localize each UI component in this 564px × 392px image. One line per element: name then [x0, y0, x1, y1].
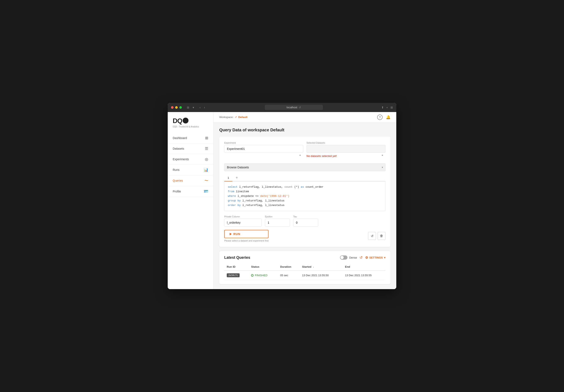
bell-icon[interactable]: 🔔 [386, 115, 390, 120]
new-tab-icon[interactable]: + [386, 106, 388, 109]
cell-started: 13 Dec 2021 13:55:50 [300, 271, 343, 280]
content-area: Workspace: ↗ Default ? 🔔 Query Data of w… [213, 112, 396, 289]
selectors-row: Experiment Experiment01 ▾ Selected Datas… [224, 141, 385, 159]
datasets-select[interactable] [306, 145, 385, 153]
grid-view-icon[interactable]: ⊞ [390, 106, 393, 109]
settings-label: SETTINGS [369, 256, 383, 259]
chevron-down-icon[interactable]: ▾ [192, 105, 195, 110]
no-datasets-message: No datasets selected yet! [306, 153, 385, 159]
main-layout: DQ DQ0 - Trusted AI & Analytics Dashboar… [168, 112, 396, 289]
settings-chevron-icon: ▾ [384, 256, 385, 259]
col-run-id: Run ID [224, 263, 248, 271]
status-finished: FINISHED [251, 274, 275, 277]
dashboard-icon: ⊞ [205, 136, 208, 140]
experiment-select[interactable]: Experiment01 [224, 145, 303, 153]
refresh-icon[interactable]: ↺ [299, 106, 301, 109]
header-row: Run ID Status Duration Started ↓ End [224, 263, 385, 271]
topbar: Workspace: ↗ Default ? 🔔 [213, 112, 396, 123]
code-line-1: select l_returnflag, l_linestatus, count… [228, 185, 382, 189]
status-check-icon [251, 274, 254, 277]
sort-arrow-icon: ↓ [313, 266, 314, 268]
minimize-button[interactable] [175, 106, 178, 109]
sidebar-item-profile[interactable]: Profile 🪪 [168, 186, 213, 197]
section-controls: Dense ↺ ⚙ SETTINGS ▾ [340, 255, 385, 260]
traffic-lights [171, 106, 182, 109]
run-hint: Please select a dataset and experiment f… [224, 239, 268, 242]
tau-stepper [293, 219, 318, 226]
breadcrumb-workspace-name[interactable]: Default [238, 116, 247, 119]
help-icon[interactable]: ? [377, 114, 383, 120]
breadcrumb-workspace-label: Workspace: [219, 116, 233, 119]
dense-toggle[interactable] [340, 255, 347, 260]
run-label: RUN [233, 232, 240, 236]
code-kw-select: select [228, 185, 237, 189]
breadcrumb: Workspace: ↗ Default [219, 116, 247, 119]
code-editor[interactable]: select l_returnflag, l_linestatus, count… [224, 182, 385, 211]
epsilon-stepper [265, 219, 290, 226]
sidebar-toggle-icon[interactable]: ⊞ [186, 105, 190, 110]
latest-queries-title: Latest Queries [224, 255, 250, 260]
action-buttons: ↺ 🗑 [368, 232, 385, 240]
refresh-icon: ↺ [371, 234, 373, 238]
share-icon[interactable]: ⬆ [381, 106, 384, 109]
private-column-label: Private Column [224, 215, 262, 218]
profile-label: Profile [173, 190, 181, 193]
actions-row: RUN Please select a dataset and experime… [224, 230, 385, 242]
query-tab-1[interactable]: 1 [224, 175, 232, 182]
close-button[interactable] [171, 106, 174, 109]
table-header: Run ID Status Duration Started ↓ End [224, 263, 385, 271]
experiment-select-arrow: ▾ [300, 154, 301, 157]
code-line-3: where l_shipdate <= date('1998-12-01') [228, 194, 382, 198]
status-label: FINISHED [255, 274, 267, 277]
experiments-icon: ◎ [205, 157, 208, 162]
code-line-2: from lineitem [228, 189, 382, 194]
cell-run-id: 2e34c7c [224, 271, 248, 280]
toggle-knob [340, 256, 344, 259]
browse-datasets-select[interactable]: Browse Datasets [224, 163, 385, 171]
settings-button[interactable]: ⚙ SETTINGS ▾ [365, 256, 385, 260]
tau-input[interactable] [293, 219, 318, 226]
dense-toggle-wrap: Dense [340, 255, 357, 260]
queries-table: Run ID Status Duration Started ↓ End [224, 263, 385, 280]
sidebar-item-datasets[interactable]: Datasets ☰ [168, 143, 213, 154]
col-end: End [343, 263, 385, 271]
titlebar-url: localhost ↺ [209, 105, 379, 110]
col-started[interactable]: Started ↓ [300, 263, 343, 271]
refresh-query-button[interactable]: ↺ [368, 232, 376, 240]
refresh-table-icon[interactable]: ↺ [359, 255, 363, 260]
private-column-input[interactable] [224, 219, 262, 226]
trash-icon: 🗑 [380, 234, 383, 238]
tau-label: Tau [293, 215, 318, 218]
url-text: localhost [287, 106, 297, 109]
experiment-select-wrapper: Experiment Experiment01 ▾ [224, 141, 303, 159]
page-content: Query Data of workspace Default Experime… [213, 123, 396, 289]
queries-label: Queries [173, 179, 183, 182]
maximize-button[interactable] [179, 106, 182, 109]
logo-circle [183, 118, 189, 124]
section-header: Latest Queries Dense ↺ ⚙ SE [224, 255, 385, 260]
sidebar-item-dashboard[interactable]: Dashboard ⊞ [168, 133, 213, 143]
back-button[interactable]: ‹ [198, 105, 202, 110]
forward-button[interactable]: › [203, 105, 206, 110]
queries-icon: 〜 [205, 178, 208, 183]
logo-area: DQ DQ0 - Trusted AI & Analytics [168, 117, 213, 133]
browse-datasets-select-wrap: Browse Datasets ▾ [224, 163, 385, 171]
cell-duration: 05 sec [278, 271, 300, 280]
sidebar: DQ DQ0 - Trusted AI & Analytics Dashboar… [168, 112, 213, 289]
url-bar[interactable]: localhost ↺ [265, 105, 323, 110]
sidebar-item-queries[interactable]: Queries 〜 [168, 175, 213, 186]
epsilon-input[interactable] [265, 219, 290, 226]
add-tab-button[interactable]: + [234, 175, 240, 181]
table-body: 2e34c7c FINISHED 05 sec [224, 271, 385, 280]
run-button[interactable]: RUN [224, 230, 268, 238]
code-line-5: order by l_returnflag, l_linestatus [228, 203, 382, 208]
query-tabs-row: 1 + [224, 175, 385, 182]
datasets-label: Datasets [173, 147, 184, 150]
browse-datasets-wrapper: Browse Datasets ▾ [224, 163, 385, 171]
delete-query-button[interactable]: 🗑 [378, 232, 385, 240]
sidebar-item-experiments[interactable]: Experiments ◎ [168, 154, 213, 165]
page-title: Query Data of workspace Default [219, 128, 390, 132]
sidebar-item-runs[interactable]: Runs 📊 [168, 165, 213, 175]
experiment-label: Experiment [224, 141, 303, 144]
query-card: Experiment Experiment01 ▾ Selected Datas… [219, 137, 390, 247]
